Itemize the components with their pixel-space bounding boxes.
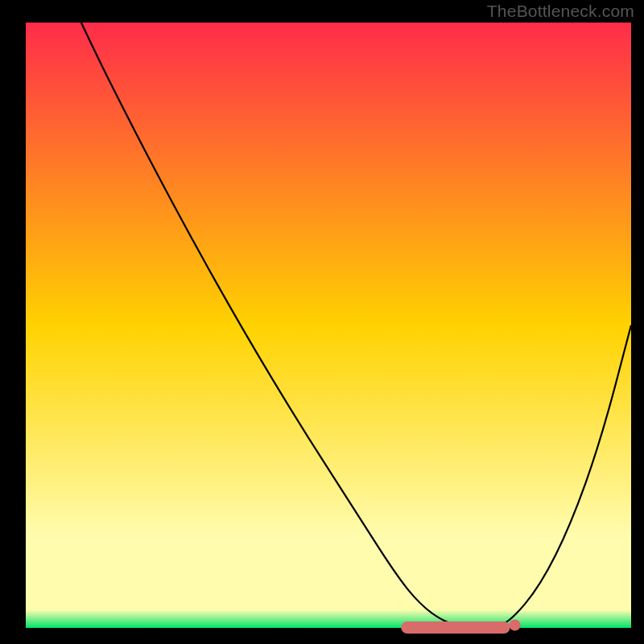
plot-area — [26, 23, 631, 628]
bottleneck-chart — [0, 0, 644, 644]
optimal-range-marker — [401, 621, 510, 634]
watermark-text: TheBottleneck.com — [487, 2, 634, 21]
optimal-range-end-dot — [510, 620, 521, 631]
chart-svg — [0, 0, 644, 644]
